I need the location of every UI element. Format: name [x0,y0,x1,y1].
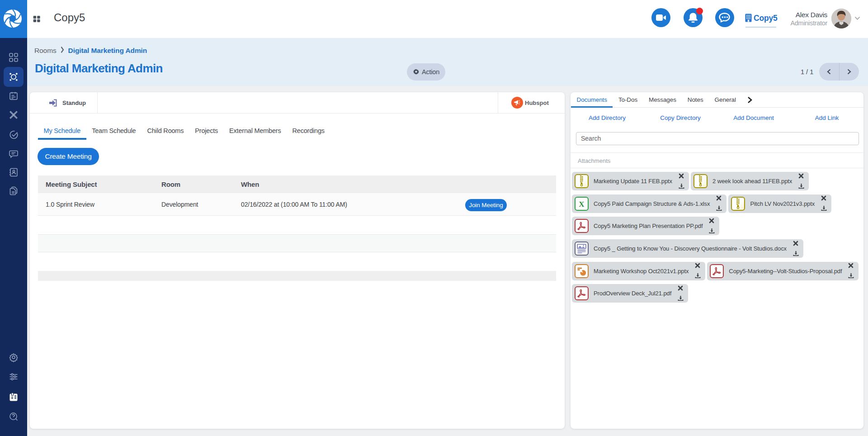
svg-text:X: X [579,199,585,208]
